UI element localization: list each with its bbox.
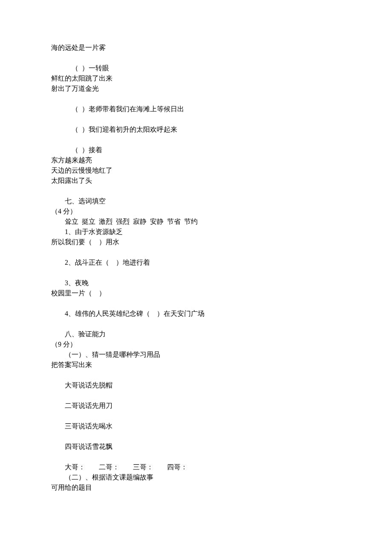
text-line: 耸立 挺立 激烈 强烈 寂静 安静 节省 节约 <box>51 217 341 227</box>
blank-line <box>51 431 341 442</box>
blank-line <box>51 94 341 104</box>
text-line: 1、由于水资源缺乏 <box>51 227 341 237</box>
text-line: 东方越来越亮 <box>51 155 341 165</box>
text-line: （4 分） <box>51 206 341 217</box>
text-line: （9 分） <box>51 339 341 350</box>
text-line: 二哥说话先用刀 <box>51 401 341 411</box>
text-line: 所以我们要（ ）用水 <box>51 237 341 247</box>
text-line: 海的远处是一片雾 <box>51 43 341 53</box>
text-line: 三哥说话先喝水 <box>51 421 341 431</box>
text-line: 八、验证能力 <box>51 329 341 339</box>
blank-line <box>51 298 341 309</box>
blank-line <box>51 370 341 380</box>
text-line: （一）、猜一猜是哪种学习用品 <box>51 350 341 360</box>
blank-line <box>51 452 341 462</box>
text-line: 天边的云慢慢地红了 <box>51 165 341 176</box>
text-line: 七、选词填空 <box>51 196 341 206</box>
blank-line <box>51 268 341 278</box>
text-line: 大哥： 二哥： 三哥： 四哥： <box>51 462 341 472</box>
blank-line <box>51 53 341 63</box>
blank-line <box>51 114 341 124</box>
text-line: 2、战斗正在（ ）地进行着 <box>51 257 341 268</box>
text-line: 射出了万道金光 <box>51 84 341 94</box>
text-line: 可用给的题目 <box>51 483 341 493</box>
blank-line <box>51 390 341 401</box>
text-line: 四哥说话雪花飘 <box>51 442 341 452</box>
text-line: （ ）老师带着我们在海滩上等候日出 <box>51 104 341 114</box>
text-line: （ ）一转眼 <box>51 63 341 73</box>
text-line: 太阳露出了头 <box>51 176 341 186</box>
text-line: （ ）我们迎着初升的太阳欢呼起来 <box>51 124 341 135</box>
text-line: 把答案写出来 <box>51 360 341 370</box>
text-line: （二）、根据语文课题编故事 <box>51 472 341 483</box>
text-line: （ ）接着 <box>51 145 341 155</box>
text-line: 校园里一片（ ） <box>51 288 341 298</box>
text-line: 大哥说话先脱帽 <box>51 380 341 390</box>
text-line: 3、夜晚 <box>51 278 341 288</box>
blank-line <box>51 135 341 145</box>
blank-line <box>51 186 341 196</box>
text-line: 鲜红的太阳跳了出来 <box>51 73 341 84</box>
document-page: 海的远处是一片雾（ ）一转眼鲜红的太阳跳了出来射出了万道金光（ ）老师带着我们在… <box>0 0 392 555</box>
text-line: 4、雄伟的人民英雄纪念碑（ ）在天安门广场 <box>51 309 341 319</box>
blank-line <box>51 319 341 329</box>
blank-line <box>51 411 341 421</box>
blank-line <box>51 247 341 257</box>
